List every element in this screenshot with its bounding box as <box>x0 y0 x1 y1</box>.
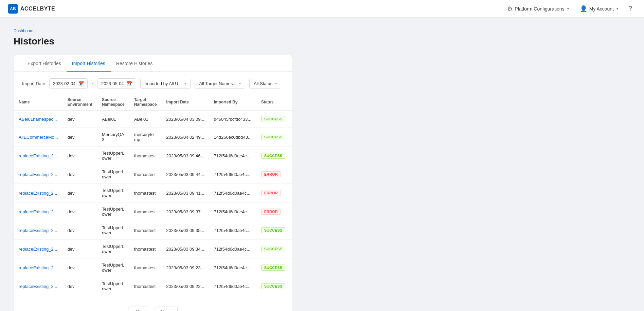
tab-export-histories[interactable]: Export Histories <box>22 55 67 72</box>
table-row: replaceExisting_2... dev TestUpperLower … <box>14 147 292 165</box>
date-from-value: 2023-02-04 <box>53 81 76 86</box>
cell-name[interactable]: replaceExisting_2... <box>14 277 63 296</box>
cell-import-date: 2023/05/04 03:09... <box>161 111 209 128</box>
cell-source-ns: MercuryQA3 <box>97 128 129 147</box>
cell-actions[interactable]: ··· <box>290 277 292 296</box>
cell-name[interactable]: replaceExisting_2... <box>14 147 63 165</box>
col-actions: Actions <box>290 94 292 111</box>
cell-actions[interactable]: ··· <box>290 202 292 221</box>
tab-restore-histories[interactable]: Restore Histories <box>111 55 158 72</box>
cell-actions[interactable]: ··· <box>290 184 292 202</box>
prev-button[interactable]: ‹ Prev <box>128 307 150 311</box>
status-badge: SUCCESS <box>261 134 285 140</box>
cell-source-env: dev <box>63 221 97 240</box>
cell-source-ns: TestUpperLower <box>97 277 129 296</box>
main-content: Dashboard Histories Export Histories Imp… <box>0 18 644 311</box>
my-account-button[interactable]: 👤 My Account ▾ <box>576 3 622 15</box>
my-account-label: My Account <box>589 6 614 12</box>
cell-imported-by: 712f54d6d0ae4c... <box>209 277 256 296</box>
cell-name[interactable]: replaceExisting_2... <box>14 258 63 277</box>
cell-source-ns: TestUpperLower <box>97 184 129 202</box>
cell-import-date: 2023/05/03 09:46... <box>161 147 209 165</box>
target-namespace-value: All Target Names... <box>199 81 236 86</box>
table-row: replaceExisting_2... dev TestUpperLower … <box>14 258 292 277</box>
target-namespace-select[interactable]: All Target Names... ▾ <box>195 79 245 89</box>
chevron-down-icon: ▾ <box>184 82 186 85</box>
breadcrumb[interactable]: Dashboard <box>14 28 630 33</box>
histories-card: Export Histories Import Histories Restor… <box>14 55 292 311</box>
cell-target-ns: mercurytemp <box>129 128 162 147</box>
cell-import-date: 2023/05/03 09:23... <box>161 258 209 277</box>
cell-source-ns: ABel01 <box>97 111 129 128</box>
next-button[interactable]: Next › <box>156 307 178 311</box>
col-name: Name <box>14 94 63 111</box>
tab-import-histories[interactable]: Import Histories <box>67 55 111 72</box>
cell-source-ns: TestUpperLower <box>97 258 129 277</box>
cell-status: SUCCESS <box>256 128 290 147</box>
status-badge: SUCCESS <box>261 153 285 159</box>
status-select[interactable]: All Status ▾ <box>249 79 281 89</box>
cell-actions[interactable]: ··· <box>290 240 292 258</box>
status-value: All Status <box>254 81 272 86</box>
table-body: ABel01namespac... dev ABel01 ABel01 2023… <box>14 111 292 296</box>
cell-import-date: 2023/05/03 09:35... <box>161 221 209 240</box>
cell-name[interactable]: replaceExisting_2... <box>14 221 63 240</box>
cell-import-date: 2023/05/03 09:41... <box>161 184 209 202</box>
cell-source-ns: TestUpperLower <box>97 147 129 165</box>
cell-import-date: 2023/05/03 09:22... <box>161 277 209 296</box>
cell-source-ns: TestUpperLower <box>97 240 129 258</box>
cell-actions[interactable]: ··· <box>290 165 292 184</box>
cell-actions[interactable]: ··· <box>290 221 292 240</box>
date-to-input[interactable]: 2023-05-04 📅 <box>97 78 136 89</box>
status-badge: SUCCESS <box>261 116 285 122</box>
status-badge: SUCCESS <box>261 227 285 233</box>
cell-actions[interactable]: ··· <box>290 128 292 147</box>
cell-source-env: dev <box>63 258 97 277</box>
status-badge: ERROR <box>261 171 281 177</box>
cell-target-ns: thomastest <box>129 184 162 202</box>
cell-status: SUCCESS <box>256 147 290 165</box>
cell-imported-by: 14d260ec0dbd43... <box>209 128 256 147</box>
cell-name[interactable]: replaceExisting_2... <box>14 165 63 184</box>
cell-status: SUCCESS <box>256 258 290 277</box>
cell-name[interactable]: replaceExisting_2... <box>14 240 63 258</box>
table-row: replaceExisting_2... dev TestUpperLower … <box>14 184 292 202</box>
help-button[interactable]: ? <box>625 3 636 14</box>
status-badge: ERROR <box>261 190 281 196</box>
cell-status: ERROR <box>256 184 290 202</box>
tabs-container: Export Histories Import Histories Restor… <box>14 55 292 72</box>
cell-source-ns: TestUpperLower <box>97 221 129 240</box>
cell-name[interactable]: replaceExisting_2... <box>14 202 63 221</box>
help-icon: ? <box>629 5 632 12</box>
date-from-input[interactable]: 2023-02-04 📅 <box>49 78 88 89</box>
platform-config-button[interactable]: ⚙ Platform Configurations ▾ <box>503 3 573 15</box>
pagination: ‹ Prev Next › <box>14 301 292 311</box>
cell-imported-by: 712f54d6d0ae4c... <box>209 240 256 258</box>
status-badge: SUCCESS <box>261 265 285 271</box>
cell-actions[interactable]: ··· <box>290 111 292 128</box>
col-import-date: Import Date <box>161 94 209 111</box>
histories-table: Name SourceEnvironment SourceNamespace T… <box>14 94 292 295</box>
cell-name[interactable]: replaceExisting_2... <box>14 184 63 202</box>
cell-actions[interactable]: ··· <box>290 147 292 165</box>
cell-target-ns: thomastest <box>129 240 162 258</box>
status-badge: ERROR <box>261 209 281 215</box>
cell-status: SUCCESS <box>256 240 290 258</box>
cell-name[interactable]: ABel01namespac... <box>14 111 63 128</box>
cell-source-env: dev <box>63 128 97 147</box>
cell-imported-by: 712f54d6d0ae4c... <box>209 184 256 202</box>
chevron-down-icon: ▾ <box>567 7 569 11</box>
calendar-icon: 📅 <box>78 81 84 86</box>
cell-imported-by: 712f54d6d0ae4c... <box>209 221 256 240</box>
cell-imported-by: d46045fbcfdc433... <box>209 111 256 128</box>
import-date-label: Import Date <box>22 81 45 86</box>
header: AB ACCELBYTE ⚙ Platform Configurations ▾… <box>0 0 644 18</box>
gear-icon: ⚙ <box>507 5 513 13</box>
imported-by-select[interactable]: Imported by All U... ▾ <box>140 79 191 89</box>
logo-icon: AB <box>8 4 18 14</box>
cell-target-ns: thomastest <box>129 277 162 296</box>
cell-actions[interactable]: ··· <box>290 258 292 277</box>
cell-name[interactable]: AllECommerceMo... <box>14 128 63 147</box>
table-row: replaceExisting_2... dev TestUpperLower … <box>14 277 292 296</box>
table-row: AllECommerceMo... dev MercuryQA3 mercury… <box>14 128 292 147</box>
